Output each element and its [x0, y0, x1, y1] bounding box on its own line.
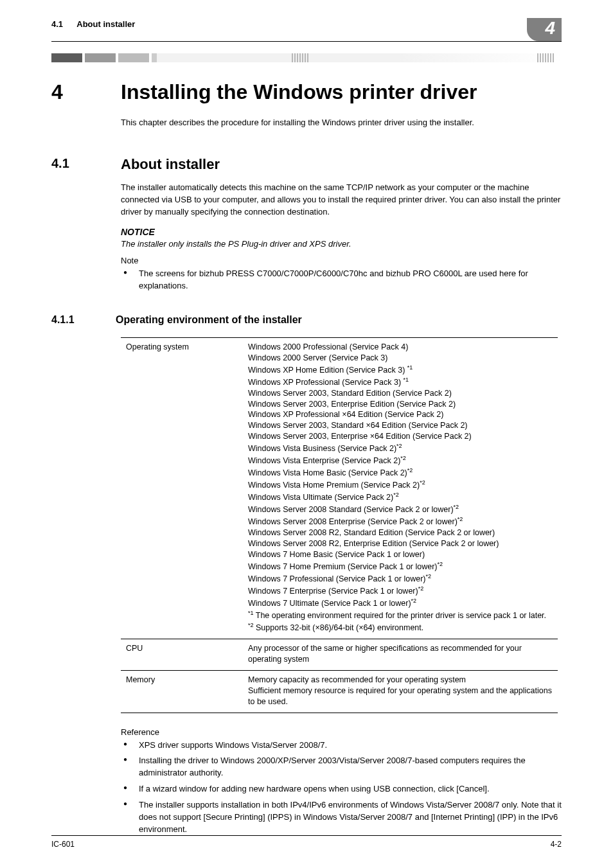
os-line: Windows Vista Home Basic (Service Pack 2… [248, 466, 553, 479]
list-item: The screens for bizhub PRESS C7000/C7000… [121, 268, 562, 292]
list-item: Installing the driver to Windows 2000/XP… [121, 755, 562, 779]
os-line: Windows Server 2008 R2, Standard Edition… [248, 527, 553, 538]
os-line: Windows Server 2003, Standard Edition (S… [248, 388, 553, 399]
notice-text: The installer only installs the PS Plug-… [121, 238, 562, 251]
note-list: The screens for bizhub PRESS C7000/C7000… [121, 268, 562, 292]
os-line: Windows Vista Enterprise (Service Pack 2… [248, 454, 553, 466]
notice-label: NOTICE [121, 227, 562, 237]
spec-label-os: Operating system [121, 337, 243, 639]
spec-label-cpu: CPU [121, 639, 243, 671]
page-footer: IC-601 4-2 [51, 835, 562, 849]
chapter-number: 4 [51, 80, 90, 104]
list-item: The installer supports installation in b… [121, 799, 562, 836]
os-line: Windows XP Professional ×64 Edition (Ser… [248, 409, 553, 420]
page-header: 4.1 About installer 4 [51, 0, 562, 42]
spec-value-os: Windows 2000 Professional (Service Pack … [243, 337, 558, 639]
chapter-title: Installing the Windows printer driver [121, 80, 477, 104]
table-row: CPU Any processor of the same or higher … [121, 639, 558, 671]
reference-list: XPS driver supports Windows Vista/Server… [121, 740, 562, 836]
os-line: Windows Server 2008 Enterprise (Service … [248, 515, 553, 527]
os-line: Windows 7 Professional (Service Pack 1 o… [248, 572, 553, 585]
os-line: Windows 7 Enterprise (Service Pack 1 or … [248, 585, 553, 597]
list-item: If a wizard window for adding new hardwa… [121, 783, 562, 795]
spec-table: Operating system Windows 2000 Profession… [121, 337, 558, 713]
spec-value-cpu: Any processor of the same or higher spec… [243, 639, 558, 671]
section-title: About installer [121, 156, 220, 173]
os-line: Windows 7 Ultimate (Service Pack 1 or lo… [248, 597, 553, 609]
os-line: Windows Vista Ultimate (Service Pack 2)*… [248, 491, 553, 503]
section-number: 4.1 [51, 156, 90, 173]
os-line: Windows Vista Business (Service Pack 2)*… [248, 442, 553, 454]
decorative-strip [51, 53, 562, 62]
os-line: Windows 2000 Server (Service Pack 3) [248, 353, 553, 364]
chapter-badge: 4 [527, 18, 562, 41]
os-line: Windows Server 2003, Standard ×64 Editio… [248, 420, 553, 431]
footer-right: 4-2 [551, 840, 562, 849]
subsection-number: 4.1.1 [51, 314, 90, 326]
chapter-intro: This chapter describes the procedure for… [121, 117, 562, 129]
header-number: 4.1 [51, 19, 63, 29]
subsection-title: Operating environment of the installer [116, 314, 302, 326]
os-line: Windows Server 2008 R2, Enterprise Editi… [248, 538, 553, 549]
os-line: Windows 2000 Professional (Service Pack … [248, 342, 553, 353]
os-line: Windows Server 2003, Enterprise ×64 Edit… [248, 431, 553, 442]
note-label: Note [121, 256, 562, 265]
footer-left: IC-601 [51, 840, 75, 849]
spec-value-memory: Memory capacity as recommended for your … [243, 670, 558, 713]
list-item: XPS driver supports Windows Vista/Server… [121, 740, 562, 752]
table-row: Operating system Windows 2000 Profession… [121, 337, 558, 639]
os-line: Windows Server 2008 Standard (Service Pa… [248, 503, 553, 515]
os-line: Windows XP Home Edition (Service Pack 3)… [248, 364, 553, 376]
table-row: Memory Memory capacity as recommended fo… [121, 670, 558, 713]
chapter-heading: 4 Installing the Windows printer driver [51, 80, 562, 104]
subsection-heading-4-1-1: 4.1.1 Operating environment of the insta… [51, 314, 562, 326]
section-heading-4-1: 4.1 About installer [51, 156, 562, 173]
section-body: The installer automatically detects this… [121, 182, 562, 218]
os-line: Windows 7 Home Basic (Service Pack 1 or … [248, 549, 553, 560]
os-line: Windows XP Professional (Service Pack 3)… [248, 376, 553, 388]
header-section-ref: 4.1 About installer [51, 19, 135, 29]
os-line: *2 Supports 32-bit (×86)/64-bit (×64) en… [248, 621, 553, 633]
os-line: *1 The operating environment required fo… [248, 609, 553, 621]
os-line: Windows 7 Home Premium (Service Pack 1 o… [248, 560, 553, 572]
os-line: Windows Vista Home Premium (Service Pack… [248, 479, 553, 491]
spec-label-memory: Memory [121, 670, 243, 713]
header-title: About installer [76, 19, 135, 29]
os-line: Windows Server 2003, Enterprise Edition … [248, 399, 553, 410]
reference-label: Reference [121, 727, 562, 737]
page-content: 4 Installing the Windows printer driver … [0, 80, 613, 835]
